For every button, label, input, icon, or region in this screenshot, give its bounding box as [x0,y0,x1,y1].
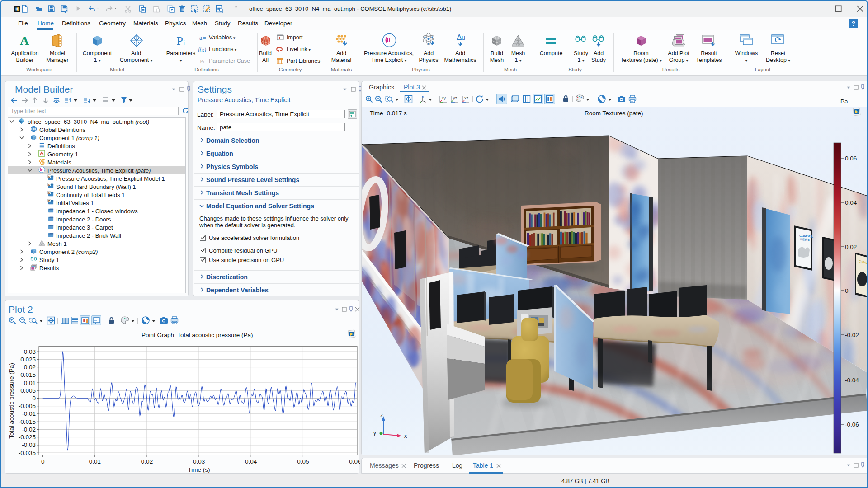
svg-text:-0.015: -0.015 [19,418,36,425]
svg-text:a: a [199,34,203,41]
svg-text:-0.02: -0.02 [845,332,859,338]
svg-text:D: D [48,199,51,202]
svg-text:Total acoustic pressure (Pa): Total acoustic pressure (Pa) [8,363,15,438]
svg-text:0.03: 0.03 [24,348,36,355]
svg-text:Pi: Pi [200,58,204,64]
svg-text:x: x [404,433,407,439]
svg-text:0.02: 0.02 [24,364,36,371]
svg-text:-0.035: -0.035 [19,450,36,456]
svg-text:-0.04: -0.04 [845,377,859,384]
svg-text:y: y [373,430,377,436]
svg-text:0.04: 0.04 [245,458,257,465]
svg-text:z: z [380,412,383,418]
svg-text:D: D [48,191,51,194]
svg-text:0: 0 [845,287,849,294]
svg-text:NEWS: NEWS [800,238,810,241]
svg-text:0.02: 0.02 [845,244,857,250]
svg-text:-0.005: -0.005 [19,403,36,409]
svg-text:0.03: 0.03 [193,458,205,465]
svg-text:A: A [20,33,29,47]
svg-text:Time (s): Time (s) [188,466,210,473]
svg-text:0: 0 [41,458,45,465]
svg-text:-0.06: -0.06 [845,421,859,428]
svg-text:xy: xy [442,96,446,100]
svg-text:D: D [48,183,51,186]
svg-text:u: u [462,33,465,41]
svg-text:0.06: 0.06 [845,155,857,162]
svg-text:0.025: 0.025 [20,356,36,363]
svg-text:0.01: 0.01 [24,380,36,386]
svg-text:Δ: Δ [457,33,462,42]
svg-text:-0.025: -0.025 [19,434,36,441]
svg-text:-0.02: -0.02 [22,426,36,433]
svg-text:0.04: 0.04 [845,199,857,206]
svg-text:0.005: 0.005 [20,387,36,394]
svg-text:-0.03: -0.03 [22,441,36,448]
svg-text:0.01: 0.01 [89,458,101,465]
svg-text:0.015: 0.015 [20,371,36,378]
svg-text:Pi: Pi [177,34,185,47]
svg-text:0.06: 0.06 [349,458,360,465]
svg-text:0.05: 0.05 [297,458,309,465]
svg-text:-0.01: -0.01 [22,410,36,417]
svg-text:xz: xz [464,96,469,100]
svg-text:0: 0 [32,395,36,402]
svg-text:yz: yz [453,96,458,100]
svg-text:D: D [48,175,51,178]
svg-text:f(x): f(x) [198,46,206,52]
svg-text:0.02: 0.02 [141,458,153,465]
